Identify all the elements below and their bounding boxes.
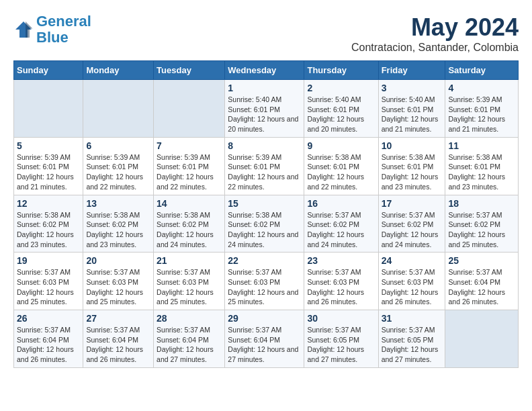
day-number: 21 <box>157 255 222 266</box>
calendar-cell: 25Sunrise: 5:37 AM Sunset: 6:04 PM Dayli… <box>445 253 519 310</box>
calendar-cell: 12Sunrise: 5:38 AM Sunset: 6:02 PM Dayli… <box>14 195 83 253</box>
calendar-cell: 7Sunrise: 5:39 AM Sunset: 6:01 PM Daylig… <box>154 137 225 195</box>
day-info: Sunrise: 5:39 AM Sunset: 6:01 PM Dayligh… <box>157 152 222 192</box>
calendar-week-5: 26Sunrise: 5:37 AM Sunset: 6:04 PM Dayli… <box>14 310 519 368</box>
day-info: Sunrise: 5:38 AM Sunset: 6:02 PM Dayligh… <box>228 210 301 250</box>
day-number: 17 <box>382 198 443 209</box>
day-header-wednesday: Wednesday <box>225 61 304 80</box>
day-info: Sunrise: 5:37 AM Sunset: 6:04 PM Dayligh… <box>86 325 150 365</box>
day-header-monday: Monday <box>83 61 154 80</box>
day-info: Sunrise: 5:40 AM Sunset: 6:01 PM Dayligh… <box>307 95 375 134</box>
day-number: 10 <box>382 140 443 151</box>
day-number: 22 <box>228 255 301 266</box>
calendar-cell: 21Sunrise: 5:37 AM Sunset: 6:03 PM Dayli… <box>154 253 225 310</box>
day-header-sunday: Sunday <box>14 61 83 80</box>
day-info: Sunrise: 5:38 AM Sunset: 6:02 PM Dayligh… <box>86 210 150 250</box>
day-number: 4 <box>448 83 515 93</box>
day-info: Sunrise: 5:37 AM Sunset: 6:03 PM Dayligh… <box>382 267 443 307</box>
calendar-cell: 24Sunrise: 5:37 AM Sunset: 6:03 PM Dayli… <box>378 253 445 310</box>
calendar-cell: 8Sunrise: 5:39 AM Sunset: 6:01 PM Daylig… <box>225 137 304 195</box>
day-number: 27 <box>86 313 150 324</box>
day-info: Sunrise: 5:38 AM Sunset: 6:02 PM Dayligh… <box>157 210 222 250</box>
day-info: Sunrise: 5:39 AM Sunset: 6:01 PM Dayligh… <box>86 152 150 192</box>
day-info: Sunrise: 5:37 AM Sunset: 6:03 PM Dayligh… <box>17 267 80 307</box>
calendar-cell <box>83 80 154 138</box>
calendar-table: SundayMondayTuesdayWednesdayThursdayFrid… <box>13 60 519 368</box>
day-header-saturday: Saturday <box>445 61 519 80</box>
day-number: 24 <box>382 255 443 266</box>
day-info: Sunrise: 5:39 AM Sunset: 6:01 PM Dayligh… <box>17 152 80 192</box>
calendar-cell: 29Sunrise: 5:37 AM Sunset: 6:04 PM Dayli… <box>225 310 304 368</box>
day-number: 5 <box>17 140 80 151</box>
calendar-cell: 2Sunrise: 5:40 AM Sunset: 6:01 PM Daylig… <box>304 80 378 138</box>
calendar-cell: 22Sunrise: 5:37 AM Sunset: 6:03 PM Dayli… <box>225 253 304 310</box>
day-number: 15 <box>228 198 301 209</box>
day-info: Sunrise: 5:38 AM Sunset: 6:01 PM Dayligh… <box>448 152 515 192</box>
day-number: 19 <box>17 255 80 266</box>
day-number: 13 <box>86 198 150 209</box>
day-info: Sunrise: 5:38 AM Sunset: 6:01 PM Dayligh… <box>307 152 375 192</box>
page-subtitle: Contratacion, Santander, Colombia <box>351 42 519 54</box>
logo-line2: Blue <box>36 29 69 46</box>
calendar-cell: 6Sunrise: 5:39 AM Sunset: 6:01 PM Daylig… <box>83 137 154 195</box>
day-info: Sunrise: 5:40 AM Sunset: 6:01 PM Dayligh… <box>382 95 443 134</box>
calendar-cell: 10Sunrise: 5:38 AM Sunset: 6:01 PM Dayli… <box>378 137 445 195</box>
calendar-body: 1Sunrise: 5:40 AM Sunset: 6:01 PM Daylig… <box>14 80 519 368</box>
day-number: 25 <box>448 255 515 266</box>
calendar-cell: 30Sunrise: 5:37 AM Sunset: 6:05 PM Dayli… <box>304 310 378 368</box>
day-number: 12 <box>17 198 80 209</box>
calendar-cell: 15Sunrise: 5:38 AM Sunset: 6:02 PM Dayli… <box>225 195 304 253</box>
day-number: 28 <box>157 313 222 324</box>
day-info: Sunrise: 5:37 AM Sunset: 6:05 PM Dayligh… <box>382 325 443 365</box>
title-block: May 2024 Contratacion, Santander, Colomb… <box>351 13 519 54</box>
calendar-cell: 9Sunrise: 5:38 AM Sunset: 6:01 PM Daylig… <box>304 137 378 195</box>
day-info: Sunrise: 5:37 AM Sunset: 6:03 PM Dayligh… <box>228 267 301 307</box>
day-number: 2 <box>307 83 375 93</box>
day-info: Sunrise: 5:37 AM Sunset: 6:02 PM Dayligh… <box>307 210 375 250</box>
day-number: 29 <box>228 313 301 324</box>
calendar-cell: 5Sunrise: 5:39 AM Sunset: 6:01 PM Daylig… <box>14 137 83 195</box>
calendar-cell <box>154 80 225 138</box>
day-number: 16 <box>307 198 375 209</box>
calendar-cell: 20Sunrise: 5:37 AM Sunset: 6:03 PM Dayli… <box>83 253 154 310</box>
calendar-cell <box>445 310 519 368</box>
day-info: Sunrise: 5:37 AM Sunset: 6:02 PM Dayligh… <box>382 210 443 250</box>
day-number: 7 <box>157 140 222 151</box>
day-header-friday: Friday <box>378 61 445 80</box>
logo-text: General Blue <box>36 13 91 46</box>
day-info: Sunrise: 5:37 AM Sunset: 6:02 PM Dayligh… <box>448 210 515 250</box>
day-number: 23 <box>307 255 375 266</box>
calendar-week-1: 1Sunrise: 5:40 AM Sunset: 6:01 PM Daylig… <box>14 80 519 138</box>
day-number: 6 <box>86 140 150 151</box>
calendar-cell: 17Sunrise: 5:37 AM Sunset: 6:02 PM Dayli… <box>378 195 445 253</box>
day-info: Sunrise: 5:37 AM Sunset: 6:03 PM Dayligh… <box>86 267 150 307</box>
day-number: 9 <box>307 140 375 151</box>
calendar-cell: 16Sunrise: 5:37 AM Sunset: 6:02 PM Dayli… <box>304 195 378 253</box>
page-title: May 2024 <box>351 13 519 42</box>
day-number: 8 <box>228 140 301 151</box>
calendar-week-3: 12Sunrise: 5:38 AM Sunset: 6:02 PM Dayli… <box>14 195 519 253</box>
day-info: Sunrise: 5:37 AM Sunset: 6:04 PM Dayligh… <box>17 325 80 365</box>
calendar-cell: 19Sunrise: 5:37 AM Sunset: 6:03 PM Dayli… <box>14 253 83 310</box>
day-number: 1 <box>228 83 301 93</box>
day-number: 14 <box>157 198 222 209</box>
calendar-cell: 14Sunrise: 5:38 AM Sunset: 6:02 PM Dayli… <box>154 195 225 253</box>
day-info: Sunrise: 5:39 AM Sunset: 6:01 PM Dayligh… <box>448 95 515 134</box>
logo-line1: General <box>36 13 91 30</box>
day-header-thursday: Thursday <box>304 61 378 80</box>
calendar-cell <box>14 80 83 138</box>
logo: General Blue <box>13 13 91 46</box>
day-number: 31 <box>382 313 443 324</box>
calendar-cell: 28Sunrise: 5:37 AM Sunset: 6:04 PM Dayli… <box>154 310 225 368</box>
day-number: 26 <box>17 313 80 324</box>
calendar-cell: 23Sunrise: 5:37 AM Sunset: 6:03 PM Dayli… <box>304 253 378 310</box>
calendar-cell: 27Sunrise: 5:37 AM Sunset: 6:04 PM Dayli… <box>83 310 154 368</box>
calendar-cell: 31Sunrise: 5:37 AM Sunset: 6:05 PM Dayli… <box>378 310 445 368</box>
calendar-cell: 4Sunrise: 5:39 AM Sunset: 6:01 PM Daylig… <box>445 80 519 138</box>
day-number: 18 <box>448 198 515 209</box>
calendar-cell: 1Sunrise: 5:40 AM Sunset: 6:01 PM Daylig… <box>225 80 304 138</box>
day-info: Sunrise: 5:37 AM Sunset: 6:04 PM Dayligh… <box>448 267 515 307</box>
day-info: Sunrise: 5:39 AM Sunset: 6:01 PM Dayligh… <box>228 152 301 192</box>
day-info: Sunrise: 5:40 AM Sunset: 6:01 PM Dayligh… <box>228 95 301 134</box>
calendar-header-row: SundayMondayTuesdayWednesdayThursdayFrid… <box>14 61 519 80</box>
